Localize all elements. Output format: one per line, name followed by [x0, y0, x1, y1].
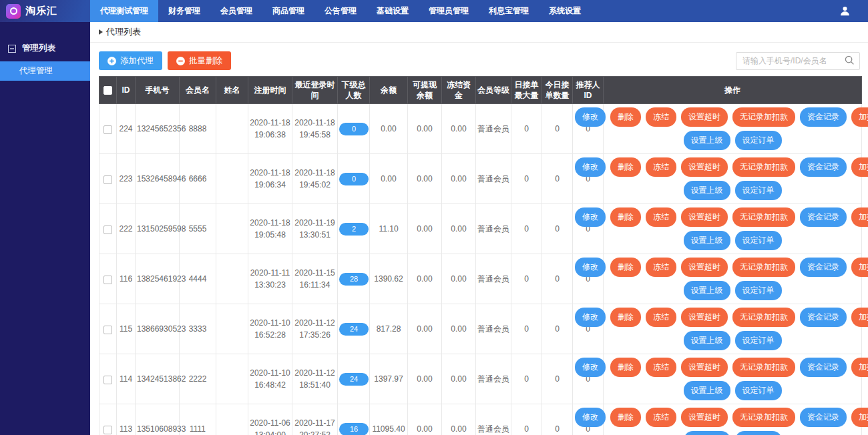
action-button-无记录加扣款[interactable]: 无记录加扣款 — [732, 107, 795, 127]
action-button-冻结[interactable]: 冻结 — [646, 308, 676, 327]
action-button-修改[interactable]: 修改 — [575, 157, 606, 177]
sidebar-group-management-list[interactable]: 管理列表 — [0, 43, 90, 54]
action-button-无记录加扣款[interactable]: 无记录加扣款 — [732, 408, 795, 427]
action-button-加扣款[interactable]: 加扣款 — [851, 107, 868, 127]
action-button-设定订单[interactable]: 设定订单 — [735, 131, 782, 150]
action-button-设置上级[interactable]: 设置上级 — [684, 231, 730, 250]
action-button-删除[interactable]: 删除 — [610, 408, 641, 427]
action-button-删除[interactable]: 删除 — [610, 308, 641, 327]
action-button-设定订单[interactable]: 设定订单 — [735, 431, 782, 435]
action-button-设定订单[interactable]: 设定订单 — [735, 231, 782, 250]
row-checkbox[interactable] — [103, 426, 112, 434]
action-button-删除[interactable]: 删除 — [610, 207, 641, 227]
action-button-资金记录[interactable]: 资金记录 — [800, 408, 847, 427]
action-button-设置上级[interactable]: 设置上级 — [684, 431, 730, 435]
nav-item-6[interactable]: 管理员管理 — [419, 0, 479, 22]
action-button-删除[interactable]: 删除 — [610, 157, 641, 177]
action-button-冻结[interactable]: 冻结 — [646, 107, 676, 127]
action-button-资金记录[interactable]: 资金记录 — [800, 258, 847, 277]
action-button-资金记录[interactable]: 资金记录 — [800, 107, 847, 127]
cell-register-time: 2020-11-1016:48:42 — [248, 354, 292, 404]
cell-real-name — [216, 154, 248, 204]
action-button-设置超时[interactable]: 设置超时 — [681, 207, 728, 227]
action-button-设定订单[interactable]: 设定订单 — [735, 181, 782, 200]
sub-count-badge[interactable]: 0 — [339, 173, 369, 185]
sub-count-badge[interactable]: 16 — [339, 423, 369, 435]
action-button-加扣款[interactable]: 加扣款 — [851, 408, 868, 427]
search-icon[interactable] — [845, 55, 855, 65]
sub-count-badge[interactable]: 24 — [339, 323, 369, 336]
row-checkbox[interactable] — [103, 125, 112, 134]
batch-delete-button[interactable]: 批量删除 — [168, 51, 231, 70]
action-button-设置超时[interactable]: 设置超时 — [681, 308, 728, 327]
action-button-修改[interactable]: 修改 — [575, 358, 606, 377]
action-button-资金记录[interactable]: 资金记录 — [800, 207, 847, 227]
action-button-资金记录[interactable]: 资金记录 — [800, 157, 847, 177]
action-button-冻结[interactable]: 冻结 — [646, 358, 676, 377]
action-button-修改[interactable]: 修改 — [575, 258, 606, 277]
row-checkbox[interactable] — [103, 175, 112, 184]
nav-item-3[interactable]: 商品管理 — [262, 0, 314, 22]
action-button-设置上级[interactable]: 设置上级 — [684, 381, 730, 400]
search-input[interactable] — [736, 52, 860, 70]
action-button-加扣款[interactable]: 加扣款 — [851, 308, 868, 327]
nav-item-7[interactable]: 利息宝管理 — [479, 0, 539, 22]
nav-item-4[interactable]: 公告管理 — [314, 0, 367, 22]
user-icon[interactable] — [839, 5, 851, 17]
sub-count-badge[interactable]: 24 — [339, 373, 369, 386]
action-button-资金记录[interactable]: 资金记录 — [800, 358, 847, 377]
action-button-设置超时[interactable]: 设置超时 — [681, 358, 728, 377]
action-button-删除[interactable]: 删除 — [610, 107, 641, 127]
sidebar-item-agent-management[interactable]: 代理管理 — [0, 61, 90, 81]
action-button-设置上级[interactable]: 设置上级 — [684, 281, 730, 300]
action-button-设置上级[interactable]: 设置上级 — [684, 181, 730, 200]
select-all-checkbox[interactable] — [103, 86, 112, 95]
row-checkbox[interactable] — [103, 226, 112, 234]
nav-item-5[interactable]: 基础设置 — [367, 0, 419, 22]
action-button-加扣款[interactable]: 加扣款 — [851, 207, 868, 227]
action-button-冻结[interactable]: 冻结 — [646, 207, 676, 227]
action-button-设定订单[interactable]: 设定订单 — [735, 381, 782, 400]
nav-item-1[interactable]: 财务管理 — [158, 0, 210, 22]
nav-item-0[interactable]: 代理测试管理 — [90, 0, 158, 22]
sub-count-badge[interactable]: 0 — [339, 123, 369, 135]
action-button-冻结[interactable]: 冻结 — [646, 258, 676, 277]
action-button-设置超时[interactable]: 设置超时 — [681, 408, 728, 427]
add-agent-button[interactable]: 添加代理 — [99, 51, 162, 70]
action-button-设置上级[interactable]: 设置上级 — [684, 331, 730, 350]
row-select-cell — [99, 304, 117, 354]
action-button-修改[interactable]: 修改 — [575, 308, 606, 327]
row-checkbox[interactable] — [103, 326, 112, 334]
action-button-设置超时[interactable]: 设置超时 — [681, 258, 728, 277]
collapse-minus-icon[interactable] — [8, 45, 16, 53]
action-button-无记录加扣款[interactable]: 无记录加扣款 — [732, 358, 795, 377]
action-button-设置超时[interactable]: 设置超时 — [681, 157, 728, 177]
action-button-修改[interactable]: 修改 — [575, 207, 606, 227]
action-button-设置超时[interactable]: 设置超时 — [681, 107, 728, 127]
action-button-冻结[interactable]: 冻结 — [646, 157, 676, 177]
user-menu[interactable] — [833, 0, 868, 22]
action-button-加扣款[interactable]: 加扣款 — [851, 157, 868, 177]
nav-item-8[interactable]: 系统设置 — [539, 0, 591, 22]
sub-count-badge[interactable]: 28 — [339, 273, 369, 286]
action-button-加扣款[interactable]: 加扣款 — [851, 258, 868, 277]
action-button-删除[interactable]: 删除 — [610, 358, 641, 377]
sub-count-badge[interactable]: 2 — [339, 223, 369, 236]
action-button-设定订单[interactable]: 设定订单 — [735, 331, 782, 350]
action-button-冻结[interactable]: 冻结 — [646, 408, 676, 427]
action-button-加扣款[interactable]: 加扣款 — [851, 358, 868, 377]
action-button-无记录加扣款[interactable]: 无记录加扣款 — [732, 157, 795, 177]
nav-item-2[interactable]: 会员管理 — [210, 0, 262, 22]
row-checkbox[interactable] — [103, 376, 112, 384]
action-button-删除[interactable]: 删除 — [610, 258, 641, 277]
action-button-设定订单[interactable]: 设定订单 — [735, 281, 782, 300]
action-button-资金记录[interactable]: 资金记录 — [800, 308, 847, 327]
column-header-12: 今日接单数量 — [542, 77, 573, 104]
action-button-设置上级[interactable]: 设置上级 — [684, 131, 730, 150]
row-checkbox[interactable] — [103, 276, 112, 284]
action-button-无记录加扣款[interactable]: 无记录加扣款 — [732, 207, 795, 227]
action-button-修改[interactable]: 修改 — [575, 408, 606, 427]
action-button-无记录加扣款[interactable]: 无记录加扣款 — [732, 258, 795, 277]
action-button-无记录加扣款[interactable]: 无记录加扣款 — [732, 308, 795, 327]
action-button-修改[interactable]: 修改 — [575, 107, 606, 127]
